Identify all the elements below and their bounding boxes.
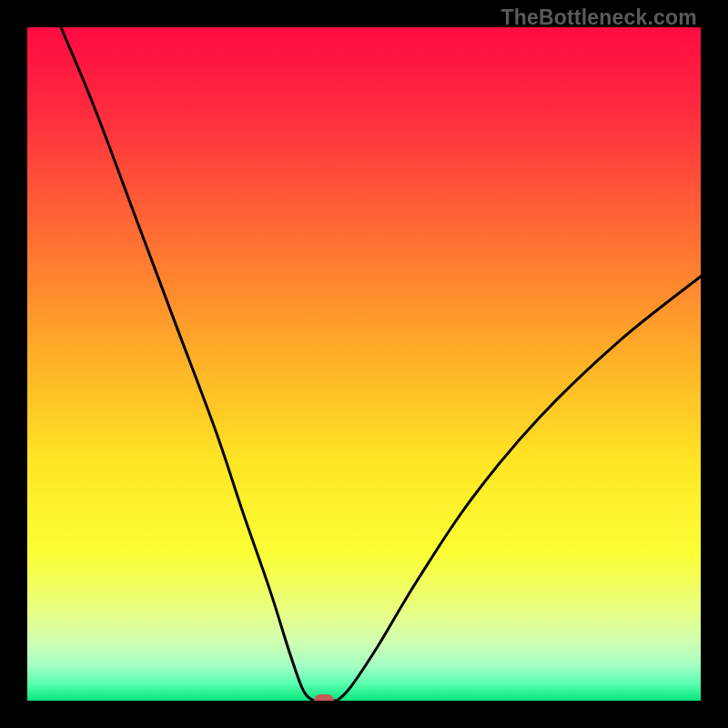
chart-frame: TheBottleneck.com [0, 0, 728, 728]
curve-right-branch [337, 277, 701, 701]
watermark-text: TheBottleneck.com [500, 5, 697, 30]
curve-left-branch [61, 27, 314, 701]
optimum-marker [314, 694, 334, 701]
plot-area [27, 27, 701, 701]
bottleneck-curve [27, 27, 701, 701]
